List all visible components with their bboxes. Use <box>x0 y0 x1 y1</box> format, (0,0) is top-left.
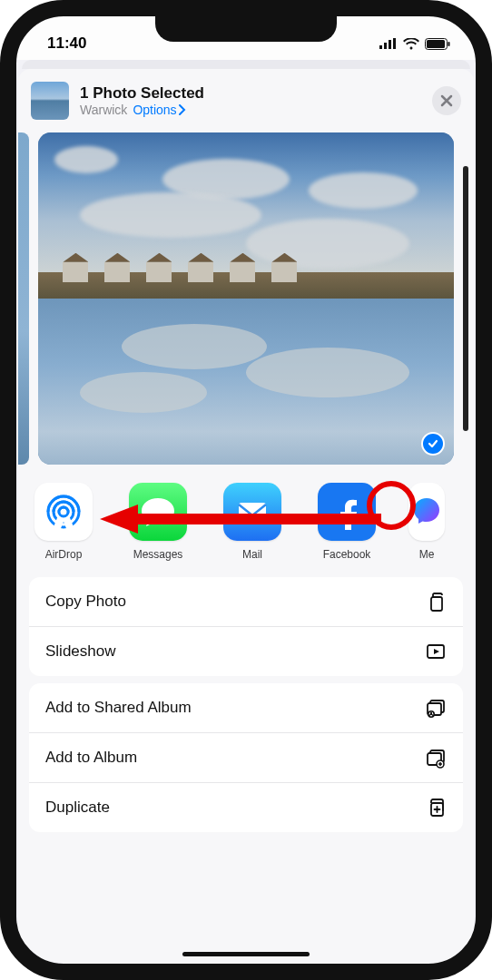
photo-thumbnail <box>31 82 69 120</box>
svg-rect-1 <box>384 43 387 49</box>
add-album-icon <box>425 747 447 769</box>
previous-photo-peek[interactable] <box>18 132 29 465</box>
play-rect-icon <box>425 641 447 662</box>
copy-photo-label: Copy Photo <box>45 593 126 611</box>
messenger-label: Me <box>419 548 435 561</box>
close-button[interactable] <box>432 86 461 115</box>
next-photo-peek[interactable] <box>463 166 468 432</box>
svg-rect-3 <box>393 38 396 49</box>
svg-rect-5 <box>427 40 445 48</box>
svg-rect-11 <box>239 503 266 521</box>
copy-photo-button[interactable]: Copy Photo <box>29 577 463 627</box>
copy-icon <box>425 591 447 612</box>
facebook-label: Facebook <box>323 548 371 561</box>
facebook-icon <box>318 483 376 541</box>
add-album-label: Add to Album <box>45 749 137 767</box>
duplicate-icon <box>425 797 447 818</box>
wifi-icon <box>403 38 419 50</box>
mail-icon <box>223 483 281 541</box>
status-bar: 11:40 <box>16 16 476 60</box>
add-shared-album-button[interactable]: Add to Shared Album <box>29 683 463 733</box>
add-album-button[interactable]: Add to Album <box>29 733 463 783</box>
airdrop-button[interactable]: AirDrop <box>31 483 96 561</box>
status-time: 11:40 <box>47 34 86 53</box>
mail-label: Mail <box>242 548 262 561</box>
add-shared-album-label: Add to Shared Album <box>45 699 192 717</box>
svg-rect-2 <box>389 40 391 49</box>
share-sheet: 1 Photo Selected Warwick Options <box>18 69 474 964</box>
duplicate-button[interactable]: Duplicate <box>29 783 463 832</box>
messages-button[interactable]: Messages <box>125 483 191 561</box>
close-icon <box>440 94 453 107</box>
svg-rect-12 <box>431 597 442 611</box>
mail-button[interactable]: Mail <box>220 483 285 561</box>
battery-icon <box>425 38 450 50</box>
home-indicator[interactable] <box>182 952 310 956</box>
location-label: Warwick <box>80 103 127 117</box>
share-apps-row[interactable]: AirDrop Messages Mail Facebook <box>18 477 474 570</box>
chevron-right-icon <box>179 104 186 115</box>
photo-preview-row[interactable] <box>18 129 474 477</box>
airdrop-icon <box>34 483 93 541</box>
sheet-backdrop <box>22 60 470 69</box>
airdrop-label: AirDrop <box>45 548 83 561</box>
options-button[interactable]: Options <box>133 103 185 117</box>
duplicate-label: Duplicate <box>45 799 110 817</box>
svg-rect-0 <box>379 45 382 49</box>
cellular-icon <box>379 38 398 49</box>
selection-title: 1 Photo Selected <box>80 84 421 103</box>
messages-label: Messages <box>133 548 183 561</box>
actions-group-1: Copy Photo Slideshow <box>29 577 463 676</box>
status-indicators <box>379 38 450 50</box>
selected-photo-preview[interactable] <box>38 132 454 465</box>
messages-icon <box>129 483 187 541</box>
shared-album-icon <box>425 697 447 719</box>
slideshow-button[interactable]: Slideshow <box>29 627 463 676</box>
header-text: 1 Photo Selected Warwick Options <box>80 84 421 117</box>
messenger-button[interactable]: Me <box>408 483 445 561</box>
facebook-button[interactable]: Facebook <box>314 483 379 561</box>
slideshow-label: Slideshow <box>45 642 116 661</box>
options-label: Options <box>133 103 176 117</box>
actions-group-2: Add to Shared Album Add to Album Duplica… <box>29 683 463 832</box>
messenger-icon <box>408 483 445 541</box>
screen: 11:40 1 Photo Selected Warwick Options <box>16 16 476 964</box>
svg-rect-6 <box>448 42 450 46</box>
selection-checkmark-icon <box>421 432 445 456</box>
share-header: 1 Photo Selected Warwick Options <box>18 71 474 129</box>
